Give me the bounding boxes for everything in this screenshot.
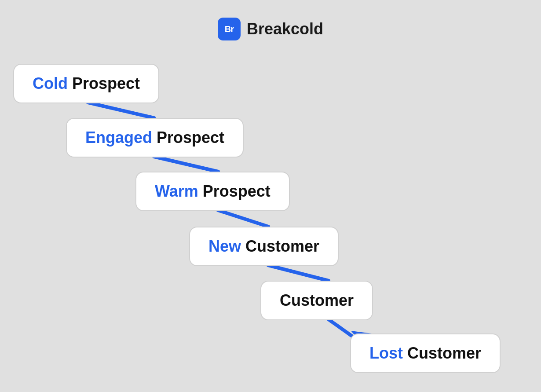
node-warm-blue: Warm xyxy=(155,182,198,200)
node-new-black: Customer xyxy=(241,237,319,255)
logo-icon: Br xyxy=(218,18,241,40)
node-lost-customer: Lost Customer xyxy=(350,333,501,373)
svg-line-1 xyxy=(154,157,218,172)
node-cold-prospect: Cold Prospect xyxy=(13,64,159,103)
logo-name: Breakcold xyxy=(247,20,323,38)
node-customer: Customer xyxy=(260,281,373,320)
header: Br Breakcold xyxy=(0,0,541,40)
node-engaged-prospect: Engaged Prospect xyxy=(66,118,244,158)
node-engaged-blue: Engaged xyxy=(85,128,152,147)
node-engaged-black: Prospect xyxy=(152,128,224,147)
node-cold-black: Prospect xyxy=(68,74,140,92)
node-warm-black: Prospect xyxy=(198,182,270,200)
svg-line-0 xyxy=(88,103,154,118)
svg-line-3 xyxy=(268,265,329,281)
node-lost-blue: Lost xyxy=(369,344,403,362)
node-lost-black: Customer xyxy=(403,344,481,362)
svg-line-2 xyxy=(218,210,268,227)
node-cold-blue: Cold xyxy=(33,74,68,92)
node-warm-prospect: Warm Prospect xyxy=(135,172,290,211)
node-new-customer: New Customer xyxy=(189,227,339,266)
node-new-blue: New xyxy=(208,237,241,255)
node-customer-black: Customer xyxy=(280,291,354,309)
